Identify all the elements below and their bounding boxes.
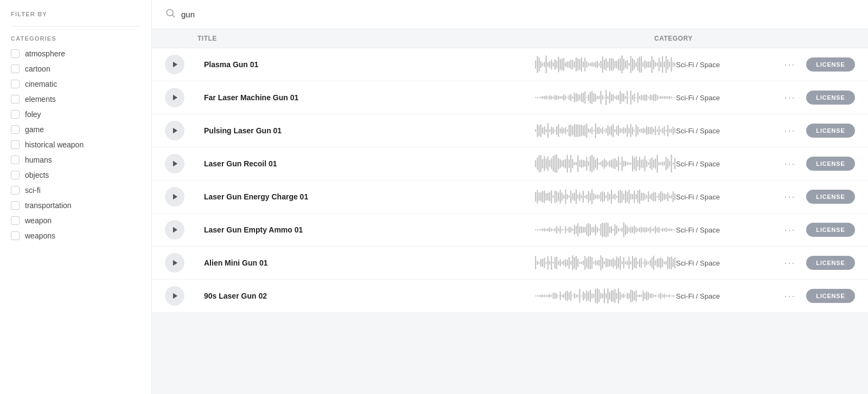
svg-rect-524 [597,261,598,265]
category-item-elements[interactable]: elements [11,95,141,104]
checkbox-objects[interactable] [11,171,20,179]
svg-rect-486 [673,229,674,230]
svg-rect-313 [653,160,654,168]
category-item-foley[interactable]: foley [11,110,141,119]
svg-rect-431 [576,226,577,234]
play-button-8[interactable] [165,286,184,306]
license-button-4[interactable]: LICENSE [806,157,855,171]
license-button-8[interactable]: LICENSE [806,289,855,303]
svg-rect-299 [629,163,630,165]
svg-rect-463 [632,227,633,233]
play-col-6 [165,220,197,240]
svg-rect-455 [618,228,619,232]
checkbox-historical-weapon[interactable] [11,140,20,149]
license-button-6[interactable]: LICENSE [806,223,855,237]
svg-rect-495 [546,262,547,264]
svg-rect-118 [595,94,596,102]
more-button-6[interactable]: ··· [774,224,806,236]
more-button-3[interactable]: ··· [774,125,806,137]
svg-rect-217 [627,125,628,137]
play-button-5[interactable] [165,187,184,206]
checkbox-sci-fi[interactable] [11,186,20,195]
checkbox-elements[interactable] [11,95,20,104]
category-item-historical-weapon[interactable]: historical weapon [11,140,141,149]
svg-rect-564 [667,256,668,269]
category-item-cinematic[interactable]: cinematic [11,80,141,88]
svg-rect-73 [659,57,660,72]
svg-rect-102 [567,97,568,98]
category-item-game[interactable]: game [11,125,141,134]
play-button-3[interactable] [165,121,184,140]
svg-rect-385 [637,191,639,203]
svg-rect-420 [556,226,557,234]
svg-rect-357 [588,191,589,203]
svg-rect-322 [669,161,670,167]
category-item-weapon[interactable]: weapon [11,216,141,225]
more-button-2[interactable]: ··· [774,92,806,104]
svg-rect-34 [590,63,591,66]
checkbox-cartoon[interactable] [11,64,20,73]
license-button-3[interactable]: LICENSE [806,124,855,138]
checkbox-cinematic[interactable] [11,80,20,88]
play-button-6[interactable] [165,220,184,240]
svg-rect-555 [652,257,653,268]
license-button-1[interactable]: LICENSE [806,57,855,72]
svg-rect-615 [615,289,616,303]
category-item-humans[interactable]: humans [11,156,141,164]
svg-rect-146 [644,94,646,101]
svg-rect-42 [604,60,605,69]
more-button-8[interactable]: ··· [774,290,806,302]
play-button-7[interactable] [165,253,184,273]
svg-rect-633 [646,291,647,300]
checkbox-weapons[interactable] [11,231,20,240]
more-button-5[interactable]: ··· [774,191,806,203]
svg-rect-249 [540,155,541,172]
checkbox-weapon[interactable] [11,216,20,225]
waveform-5 [535,186,676,208]
checkbox-humans[interactable] [11,156,20,164]
svg-rect-218 [629,128,630,133]
category-item-objects[interactable]: objects [11,171,141,179]
svg-rect-181 [563,128,564,133]
checkbox-atmosphere[interactable] [11,49,20,58]
category-item-sci-fi[interactable]: sci-fi [11,186,141,195]
svg-rect-371 [612,195,614,199]
svg-rect-25 [574,61,575,68]
category-item-atmosphere[interactable]: atmosphere [11,49,141,58]
svg-rect-331 [542,191,543,203]
category-item-transportation[interactable]: transportation [11,201,141,210]
license-button-5[interactable]: LICENSE [806,190,855,204]
category-item-cartoon[interactable]: cartoon [11,64,141,73]
svg-rect-328 [537,190,538,203]
svg-rect-108 [577,94,578,102]
search-input[interactable] [181,10,855,19]
svg-rect-433 [579,226,580,233]
svg-rect-340 [558,192,559,201]
svg-rect-174 [551,127,552,135]
svg-rect-368 [608,192,609,202]
svg-rect-294 [620,163,621,165]
license-button-7[interactable]: LICENSE [806,256,855,270]
track-category-7: Sci-Fi / Space [676,259,774,267]
svg-rect-352 [579,192,580,201]
checkbox-transportation[interactable] [11,201,20,210]
svg-rect-416 [549,227,550,232]
more-button-1[interactable]: ··· [774,59,806,70]
svg-rect-530 [608,259,609,267]
svg-rect-449 [608,223,609,236]
play-col-7 [165,253,197,273]
checkbox-game[interactable] [11,125,20,134]
play-button-1[interactable] [165,55,184,74]
play-button-4[interactable] [165,154,184,173]
svg-rect-506 [565,259,566,267]
more-button-7[interactable]: ··· [774,257,806,269]
play-button-2[interactable] [165,88,184,107]
svg-rect-532 [611,260,612,266]
svg-rect-141 [636,97,637,98]
license-button-2[interactable]: LICENSE [806,91,855,105]
more-button-4[interactable]: ··· [774,158,806,170]
category-item-weapons[interactable]: weapons [11,231,141,240]
svg-rect-604 [595,289,596,303]
svg-rect-596 [581,295,582,296]
checkbox-foley[interactable] [11,110,20,119]
